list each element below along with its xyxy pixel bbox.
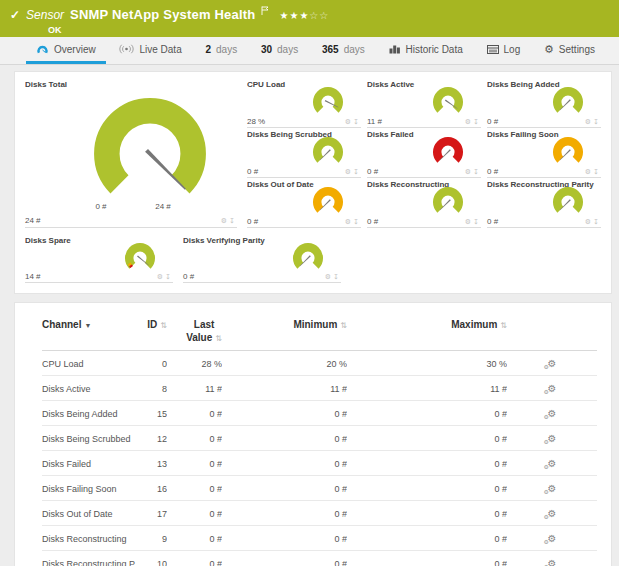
table-header-row: Channel▼ ID⇅ Last Value⇅ Minimum⇅ Maximu… bbox=[42, 317, 597, 351]
channel-row: Disks Reconstructing 9 0 # 0 # 0 # ⚙⚙ bbox=[42, 526, 597, 551]
gear-icon[interactable]: ⚙ bbox=[585, 168, 593, 175]
channel-name[interactable]: Disks Active bbox=[42, 376, 137, 401]
flag-icon[interactable] bbox=[261, 1, 269, 19]
channel-name[interactable]: Disks Failing Soon bbox=[42, 476, 137, 501]
tab-30-days[interactable]: 30 days bbox=[251, 37, 308, 64]
gauge-tile-disks-total[interactable]: Disks Total 0 # 24 # 24 # ⚙↧ bbox=[25, 80, 237, 228]
channel-last-value: 0 # bbox=[167, 476, 222, 501]
pin-icon[interactable]: ↧ bbox=[473, 118, 481, 125]
channel-name[interactable]: Disks Out of Date bbox=[42, 501, 137, 526]
gauge-tile[interactable]: Disks Active 11 # ⚙↧ bbox=[367, 80, 481, 128]
channel-last-value: 0 # bbox=[167, 501, 222, 526]
live-data-broadcast-icon bbox=[119, 44, 134, 54]
sensor-kind-label: Sensor bbox=[26, 8, 64, 22]
gauge-tile[interactable]: Disks Failing Soon 0 # ⚙↧ bbox=[487, 130, 601, 178]
gauge-tile-disks-verifying-parity[interactable]: Disks Verifying Parity 0 # ⚙↧ bbox=[183, 236, 341, 283]
channel-name[interactable]: Disks Reconstructing bbox=[42, 526, 137, 551]
gear-small-icon: ⚙ bbox=[544, 463, 549, 470]
channel-minimum: 0 # bbox=[222, 426, 347, 451]
pin-icon[interactable]: ↧ bbox=[353, 168, 361, 175]
pin-icon[interactable]: ↧ bbox=[593, 168, 601, 175]
pin-icon[interactable]: ↧ bbox=[333, 273, 341, 280]
channel-settings-icon[interactable]: ⚙⚙ bbox=[548, 408, 557, 419]
gear-icon[interactable]: ⚙ bbox=[325, 273, 333, 280]
channel-settings-icon[interactable]: ⚙⚙ bbox=[548, 458, 557, 469]
pin-icon[interactable]: ↧ bbox=[593, 118, 601, 125]
tab-overview[interactable]: Overview bbox=[26, 37, 106, 64]
gauge-tile[interactable]: CPU Load 28 % ⚙↧ bbox=[247, 80, 361, 128]
tab-365-days[interactable]: 365 days bbox=[312, 37, 375, 64]
limit-marker-yellow bbox=[129, 264, 130, 266]
column-header-actions bbox=[507, 317, 597, 351]
pin-icon[interactable]: ↧ bbox=[353, 218, 361, 225]
channel-name[interactable]: Disks Being Added bbox=[42, 401, 137, 426]
gauges-panel: Disks Total 0 # 24 # 24 # ⚙↧ CPU Load bbox=[14, 71, 612, 294]
gear-icon[interactable]: ⚙ bbox=[465, 118, 473, 125]
settings-gear-icon: ⚙ bbox=[544, 43, 554, 56]
column-header-maximum[interactable]: Maximum⇅ bbox=[347, 317, 507, 351]
channel-settings-icon[interactable]: ⚙⚙ bbox=[548, 358, 557, 369]
priority-star-rating[interactable]: ★★★☆☆ bbox=[279, 10, 329, 21]
gauge-tile[interactable]: Disks Reconstructing 0 # ⚙↧ bbox=[367, 180, 481, 228]
gauge-tile[interactable]: Disks Out of Date 0 # ⚙↧ bbox=[247, 180, 361, 228]
pin-icon[interactable]: ↧ bbox=[229, 217, 237, 224]
gauge-value: 0 # bbox=[367, 167, 378, 176]
sort-desc-icon: ▼ bbox=[84, 322, 91, 329]
pin-icon[interactable]: ↧ bbox=[165, 273, 173, 280]
tab-log[interactable]: Log bbox=[477, 37, 531, 64]
tab-2-days[interactable]: 2 days bbox=[195, 37, 247, 64]
column-header-id[interactable]: ID⇅ bbox=[137, 317, 167, 351]
gear-icon[interactable]: ⚙ bbox=[345, 118, 353, 125]
channel-settings-icon[interactable]: ⚙⚙ bbox=[548, 383, 557, 394]
gauge-scale-max: 24 # bbox=[145, 202, 181, 211]
channel-row: Disks Failing Soon 16 0 # 0 # 0 # ⚙⚙ bbox=[42, 476, 597, 501]
column-header-last-value[interactable]: Last Value⇅ bbox=[167, 317, 222, 351]
channel-id: 10 bbox=[137, 551, 167, 566]
channel-maximum: 30 % bbox=[347, 351, 507, 376]
gauge-tile[interactable]: Disks Being Scrubbed 0 # ⚙↧ bbox=[247, 130, 361, 178]
channel-name[interactable]: Disks Reconstructing P... bbox=[42, 551, 137, 566]
pin-icon[interactable]: ↧ bbox=[353, 118, 361, 125]
gear-icon[interactable]: ⚙ bbox=[157, 273, 165, 280]
channel-settings-icon[interactable]: ⚙⚙ bbox=[548, 433, 557, 444]
channel-name[interactable]: CPU Load bbox=[42, 351, 137, 376]
status-check-icon: ✓ bbox=[10, 8, 20, 22]
gear-icon[interactable]: ⚙ bbox=[221, 217, 229, 224]
channel-settings-icon[interactable]: ⚙⚙ bbox=[548, 508, 557, 519]
channel-maximum: 0 # bbox=[347, 551, 507, 566]
gauge-tile[interactable]: Disks Failed 0 # ⚙↧ bbox=[367, 130, 481, 178]
column-header-channel[interactable]: Channel▼ bbox=[42, 317, 137, 351]
pin-icon[interactable]: ↧ bbox=[473, 218, 481, 225]
gauge-tile-disks-spare[interactable]: Disks Spare 14 # ⚙↧ bbox=[25, 236, 173, 283]
gauge-tile[interactable]: Disks Reconstructing Parity 0 # ⚙↧ bbox=[487, 180, 601, 228]
gauge-value: 0 # bbox=[487, 117, 498, 126]
tab-historic-data[interactable]: Historic Data bbox=[379, 37, 473, 64]
pin-icon[interactable]: ↧ bbox=[593, 218, 601, 225]
gauge-tile[interactable]: Disks Being Added 0 # ⚙↧ bbox=[487, 80, 601, 128]
gear-icon[interactable]: ⚙ bbox=[585, 118, 593, 125]
disks-total-gauge bbox=[75, 93, 225, 199]
gear-icon[interactable]: ⚙ bbox=[585, 218, 593, 225]
channel-row: CPU Load 0 28 % 20 % 30 % ⚙⚙ bbox=[42, 351, 597, 376]
pin-icon[interactable]: ↧ bbox=[473, 168, 481, 175]
channel-settings-icon[interactable]: ⚙⚙ bbox=[548, 533, 557, 544]
gear-small-icon: ⚙ bbox=[544, 363, 549, 370]
tab-settings[interactable]: ⚙ Settings bbox=[534, 37, 605, 64]
gear-icon[interactable]: ⚙ bbox=[465, 168, 473, 175]
channel-minimum: 11 # bbox=[222, 376, 347, 401]
gear-icon[interactable]: ⚙ bbox=[465, 218, 473, 225]
channel-name[interactable]: Disks Failed bbox=[42, 451, 137, 476]
gear-small-icon: ⚙ bbox=[544, 438, 549, 445]
gear-icon[interactable]: ⚙ bbox=[345, 218, 353, 225]
channel-settings-icon[interactable]: ⚙⚙ bbox=[548, 558, 557, 566]
channel-minimum: 0 # bbox=[222, 526, 347, 551]
column-header-minimum[interactable]: Minimum⇅ bbox=[222, 317, 347, 351]
gauge-value: 28 % bbox=[247, 117, 265, 126]
gear-icon[interactable]: ⚙ bbox=[345, 168, 353, 175]
gauge-value: 0 # bbox=[247, 167, 258, 176]
tab-live-data[interactable]: Live Data bbox=[109, 37, 191, 64]
channel-minimum: 0 # bbox=[222, 451, 347, 476]
channel-name[interactable]: Disks Being Scrubbed bbox=[42, 426, 137, 451]
channel-settings-icon[interactable]: ⚙⚙ bbox=[548, 483, 557, 494]
channel-id: 17 bbox=[137, 501, 167, 526]
